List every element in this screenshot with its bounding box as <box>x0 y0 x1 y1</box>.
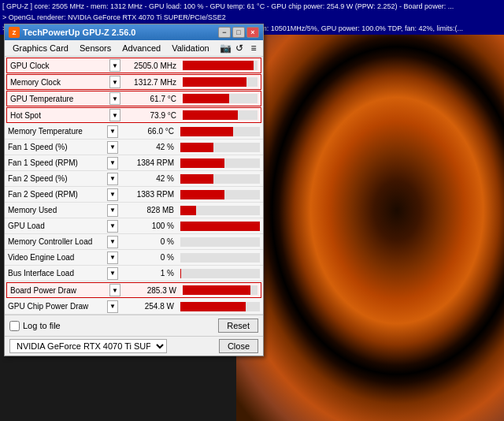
sensor-bar-container <box>183 77 258 87</box>
sensor-row: Memory Clock▼1312.7 MHz <box>6 74 261 90</box>
sensor-name: Fan 2 Speed (RPM) <box>5 190 107 199</box>
sensor-bar-container <box>180 174 260 184</box>
sensor-name: Memory Temperature <box>5 127 107 136</box>
sensor-name: Fan 1 Speed (RPM) <box>5 158 107 167</box>
menu-sensors[interactable]: Sensors <box>75 43 116 54</box>
menu-graphics-card[interactable]: Graphics Card <box>8 43 73 54</box>
sensor-row: GPU Clock▼2505.0 MHz <box>6 58 261 73</box>
close-button[interactable]: Close <box>219 339 258 353</box>
sensor-value: 2505.0 MHz <box>120 61 180 70</box>
sensor-row: Board Power Draw▼285.3 W <box>6 282 261 298</box>
log-to-file-container: Log to file <box>9 321 61 331</box>
sensor-value: 73.9 °C <box>120 111 180 120</box>
gpu-selector[interactable]: NVIDIA GeForce RTX 4070 Ti SUPER <box>9 339 167 353</box>
sensor-dropdown[interactable]: ▼ <box>107 157 118 170</box>
sensor-bar-container <box>180 222 260 231</box>
sensor-row: Fan 2 Speed (RPM)▼1383 RPM <box>5 187 263 203</box>
title-bar-controls: − □ × <box>218 27 259 38</box>
app-icon: Z <box>9 27 20 38</box>
sensor-row: Fan 1 Speed (RPM)▼1384 RPM <box>5 155 263 171</box>
sensor-dropdown[interactable]: ▼ <box>109 92 120 105</box>
sensor-bar <box>180 174 213 184</box>
sensor-value: 254.8 W <box>118 302 177 311</box>
sensor-bar <box>183 77 246 87</box>
sensor-value: 42 % <box>118 143 177 151</box>
sensor-bar-container <box>183 285 258 295</box>
sensor-bar-container <box>180 253 260 263</box>
minimize-button[interactable]: − <box>218 27 231 38</box>
sensor-bar <box>180 190 224 199</box>
sensor-name: Fan 2 Speed (%) <box>5 174 107 183</box>
sensor-dropdown[interactable]: ▼ <box>107 141 118 154</box>
sensor-dropdown[interactable]: ▼ <box>109 109 120 121</box>
sensor-bar-container <box>180 237 260 247</box>
sensor-dropdown[interactable]: ▼ <box>107 267 118 280</box>
sensor-value: 0 % <box>118 253 177 262</box>
sensor-value: 828 MB <box>118 206 177 214</box>
bottom-area: Log to file Reset <box>5 315 263 336</box>
window-title: TechPowerUp GPU-Z 2.56.0 <box>23 28 135 37</box>
sensor-row: Memory Temperature▼66.0 °C <box>5 124 263 140</box>
sensor-dropdown[interactable]: ▼ <box>107 173 118 185</box>
sensor-value: 100 % <box>118 222 177 230</box>
title-bar-left: Z TechPowerUp GPU-Z 2.56.0 <box>9 27 135 38</box>
sensor-name: Memory Controller Load <box>5 237 107 246</box>
menu-advanced[interactable]: Advanced <box>117 43 165 54</box>
camera-icon[interactable]: 📷 <box>219 42 232 54</box>
sensor-dropdown[interactable]: ▼ <box>107 125 118 138</box>
sensor-row: GPU Load▼100 % <box>5 218 263 234</box>
sensor-dropdown[interactable]: ▼ <box>107 220 118 233</box>
sensor-bar <box>180 143 213 152</box>
sensor-bar-container <box>180 158 260 168</box>
sensor-bar <box>180 158 224 168</box>
sensor-bar-container <box>183 94 258 103</box>
sensor-dropdown[interactable]: ▼ <box>109 284 120 296</box>
menu-hamburger-icon[interactable]: ≡ <box>247 42 260 54</box>
maximize-button[interactable]: □ <box>232 27 245 38</box>
refresh-icon[interactable]: ↺ <box>233 42 246 54</box>
sensor-value: 1383 RPM <box>118 190 177 199</box>
sensor-bar-container <box>180 143 260 152</box>
sensor-name: Bus Interface Load <box>5 269 107 278</box>
sensor-name: GPU Temperature <box>7 95 109 103</box>
window-close-button[interactable]: × <box>246 27 259 38</box>
sensor-dropdown[interactable]: ▼ <box>109 59 120 72</box>
reset-button[interactable]: Reset <box>218 319 258 333</box>
sensor-value: 1384 RPM <box>118 158 177 167</box>
log-to-file-label: Log to file <box>23 321 61 330</box>
sensor-name: Hot Spot <box>7 111 109 120</box>
sensor-bar-container <box>180 269 260 278</box>
sensor-row: Memory Controller Load▼0 % <box>5 234 263 250</box>
sensor-value: 61.7 °C <box>120 95 180 103</box>
log-to-file-checkbox[interactable] <box>9 321 20 331</box>
sensor-dropdown[interactable]: ▼ <box>107 236 118 248</box>
sensor-row: GPU Chip Power Draw▼254.8 W <box>5 299 263 315</box>
sensor-row: GPU Temperature▼61.7 °C <box>6 91 261 106</box>
sensor-dropdown[interactable]: ▼ <box>107 188 118 201</box>
sensor-row: Bus Interface Load▼1 % <box>5 266 263 281</box>
sensor-value: 66.0 °C <box>118 127 177 136</box>
sensors-content: GPU Clock▼2505.0 MHzMemory Clock▼1312.7 … <box>5 58 263 315</box>
sensor-dropdown[interactable]: ▼ <box>107 251 118 264</box>
sensor-bar-container <box>180 190 260 199</box>
sensor-bar <box>180 302 246 311</box>
sensor-bar <box>180 269 181 278</box>
top-bar-line1: [ GPU-Z ] core: 2505 MHz - mem: 1312 MHz… <box>2 1 502 12</box>
sensor-bar <box>183 285 250 295</box>
sensor-bar-container <box>183 61 258 70</box>
sensor-dropdown[interactable]: ▼ <box>109 76 120 88</box>
sensor-bar <box>183 94 229 103</box>
sensor-bar-container <box>180 302 260 311</box>
main-window: Z TechPowerUp GPU-Z 2.56.0 − □ × Graphic… <box>4 24 264 356</box>
sensor-value: 42 % <box>118 174 177 183</box>
sensor-dropdown[interactable]: ▼ <box>107 300 118 313</box>
sensor-value: 1 % <box>118 269 177 278</box>
menu-validation[interactable]: Validation <box>167 43 214 54</box>
sensor-row: Video Engine Load▼0 % <box>5 250 263 266</box>
sensor-bar-container <box>180 127 260 136</box>
sensor-dropdown[interactable]: ▼ <box>107 204 118 217</box>
sensor-bar-container <box>180 206 260 215</box>
sensor-bar <box>183 61 254 70</box>
sensor-name: Video Engine Load <box>5 253 107 262</box>
sensor-bar <box>180 206 196 215</box>
